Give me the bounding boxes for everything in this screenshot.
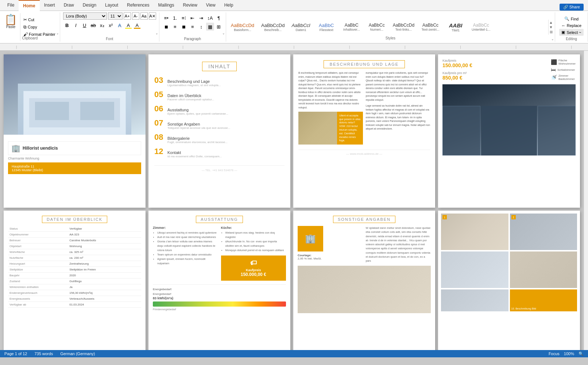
gallery-img-5: [441, 289, 508, 311]
paragraph-group: ≡• 1. ≡⁝ ⇤ ⇥ ↕A ¶ ⬛︎ ≡ ⬛︎ ≡ ↕ ▦ ⊞: [159, 12, 226, 42]
paragraph-expand[interactable]: ⌄: [222, 31, 225, 35]
style-basisform[interactable]: AaBbCcDd Basisform...: [228, 15, 258, 39]
style-untertitel[interactable]: AaBbCc Untertitel-1...: [468, 15, 494, 39]
line-spacing-button[interactable]: ↕: [197, 23, 205, 31]
tab-home[interactable]: Home: [19, 0, 39, 11]
table-row: BetreuerCaroline Musterboltз: [8, 238, 141, 243]
table-row: EnergieausweisVerbrauch/Ausweis: [8, 296, 141, 302]
kaufpreis-label: Kaufpreis: [442, 59, 472, 62]
toc-item-05: 05 Daten im Überblick Facerer ullicit co…: [154, 90, 285, 101]
strikethrough-button[interactable]: ab: [89, 21, 97, 29]
vertical-scrollbar[interactable]: [584, 51, 588, 350]
style-titel1[interactable]: AABI Titel1: [443, 15, 468, 39]
table-row: HeizungsartZentralheizung: [8, 261, 141, 267]
styles-scroll-arrows[interactable]: ▲ ▼ ⊞: [548, 20, 553, 35]
bullets-button[interactable]: ≡•: [162, 14, 170, 22]
page-toc: INHALT 03 Beschreibung und Lage Liguriae…: [148, 54, 290, 208]
style-daten1[interactable]: AaBbCcI Daten1: [288, 15, 313, 39]
tab-view[interactable]: View: [202, 0, 220, 11]
justify-button[interactable]: ≡: [189, 23, 197, 31]
font-size-select[interactable]: 11: [108, 12, 123, 20]
other-heading: SONSTIGE ANGABEN: [333, 216, 395, 223]
ruler: |||||||||||: [0, 43, 588, 51]
table-row: Endenergieverbrauch156,30 kWh/(m²a): [8, 290, 141, 296]
align-left-button[interactable]: ⬛︎: [162, 23, 170, 31]
page-data-overview: DATEN IM ÜBERBLICK StatusVerfügbar Objek…: [4, 211, 146, 350]
paste-button[interactable]: 📋 Paste: [1, 13, 20, 41]
sort-button[interactable]: ↕A: [206, 14, 214, 22]
styles-down-arrow[interactable]: ▼: [549, 25, 553, 29]
font-name-select[interactable]: Lora (Body): [63, 12, 107, 20]
tab-help[interactable]: Help: [220, 0, 238, 11]
ribbon-tabs: File Home Insert Draw Design Layout Refe…: [0, 0, 588, 11]
page-count: Page 1 of 12: [4, 351, 27, 356]
kaufpreis-pm-label: Kaufpreis pro m²: [442, 71, 472, 75]
focus-button[interactable]: Focus: [549, 351, 560, 356]
table-row: Verfügbar ab01.03.2024: [8, 302, 141, 308]
select-button[interactable]: ▣ Select ~: [559, 29, 583, 36]
borders-button[interactable]: ⊞: [215, 23, 223, 31]
superscript-button[interactable]: x²: [107, 21, 115, 29]
font-grow-button[interactable]: A+: [124, 12, 131, 20]
align-right-button[interactable]: ⬛︎: [180, 23, 188, 31]
underline-button[interactable]: U: [81, 21, 89, 29]
bold-button[interactable]: B: [63, 21, 71, 29]
styles-group-label: Styles: [386, 35, 395, 41]
company-name: Hillorist uendicis: [23, 146, 58, 151]
ribbon: File Home Insert Draw Design Layout Refe…: [0, 0, 588, 43]
font-shrink-button[interactable]: A-: [132, 12, 139, 20]
toc-item-12: 12 Kontakt Id ma eosement offici Dolte, …: [154, 147, 285, 158]
cut-button[interactable]: ✂ Cut: [22, 16, 57, 23]
cover-subtitle: Charmante Wohnung: [8, 157, 141, 160]
tab-file[interactable]: File: [3, 0, 19, 11]
style-text-zentri[interactable]: AaBbCc Text-zentri...: [418, 15, 443, 39]
tab-layout[interactable]: Layout: [101, 0, 123, 11]
toc-heading: INHALT: [202, 62, 237, 71]
page-equipment: AUSSTATTUNG Zimmer: Ulloqui amorent fach…: [148, 211, 290, 350]
styles-up-arrow[interactable]: ▲: [549, 20, 553, 24]
table-row: Wintereinten enthaltenJa: [8, 284, 141, 290]
align-center-button[interactable]: ≡: [171, 23, 179, 31]
tab-review[interactable]: Review: [179, 0, 202, 11]
table-row: Wohnflächeca. 325 m²: [8, 249, 141, 255]
increase-indent-button[interactable]: ⇥: [197, 14, 205, 22]
tab-insert[interactable]: Insert: [40, 0, 59, 11]
italic-button[interactable]: I: [72, 21, 80, 29]
font-color-button[interactable]: A: [133, 21, 141, 29]
select-icon: ▣: [561, 30, 565, 35]
ribbon-content: 📋 Paste ✂ Cut ⧉ Copy 🖌 Format Painter Cl…: [0, 11, 588, 43]
copy-button[interactable]: ⧉ Copy: [22, 24, 57, 30]
change-case-button[interactable]: Aa: [140, 12, 148, 20]
highlight-button[interactable]: A: [124, 21, 132, 29]
subscript-button[interactable]: x₂: [98, 21, 106, 29]
share-button[interactable]: 🔗 Share: [560, 4, 584, 11]
tab-design[interactable]: Design: [78, 0, 101, 11]
word-count: 735 words: [34, 351, 53, 356]
shading-button[interactable]: ▦: [206, 23, 214, 31]
font-expand[interactable]: ⌄: [155, 31, 158, 35]
style-fliesstext[interactable]: AaBbC Fliesstext: [314, 15, 339, 39]
styles-expand-arrow[interactable]: ⊞: [550, 30, 553, 34]
numbering-button[interactable]: 1.: [171, 14, 179, 22]
styles-group: AaBbCcDd Basisform... AaBbCcDd Beschreib…: [226, 12, 555, 42]
tab-references[interactable]: References: [123, 0, 154, 11]
styles-expand[interactable]: ⌄: [551, 37, 554, 41]
replace-button[interactable]: ↔ Replace: [559, 22, 584, 29]
document-scroll[interactable]: 🏢 Hillorist uendicis Charmante Wohnung H…: [0, 51, 584, 350]
gallery-img-2: 2: [510, 214, 577, 250]
style-inhaltsver[interactable]: AaBbC Inhaltsver...: [339, 15, 364, 39]
find-button[interactable]: 🔍 Find: [562, 15, 581, 22]
decrease-indent-button[interactable]: ⇤: [189, 14, 197, 22]
tab-draw[interactable]: Draw: [59, 0, 78, 11]
multilevel-button[interactable]: ≡⁝: [180, 14, 188, 22]
text-effects-button[interactable]: A: [116, 21, 124, 29]
price-building-img: [442, 84, 576, 155]
font-group: Lora (Body) 11 A+ A- Aa A✕ B I U ab x₂: [60, 12, 159, 42]
tab-mailings[interactable]: Mailings: [154, 0, 178, 11]
editing-group: 🔍 Find ↔ Replace ▣ Select ~ Editing: [555, 12, 588, 42]
style-beschreib[interactable]: AaBbCcDd Beschreib...: [258, 15, 288, 39]
show-formatting-button[interactable]: ¶: [215, 14, 223, 22]
zoom-control[interactable]: 🔍: [579, 351, 584, 356]
clipboard-expand[interactable]: ⌄: [56, 31, 59, 35]
clear-format-button[interactable]: A✕: [149, 12, 156, 20]
